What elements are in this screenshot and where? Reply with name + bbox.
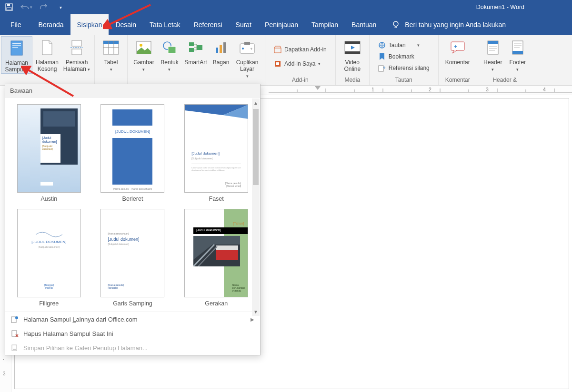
tab-help[interactable]: Bantuan (345, 14, 383, 35)
group-label-addins: Add-in (268, 77, 332, 85)
undo-button[interactable]: ▾ (20, 1, 32, 13)
svg-rect-26 (274, 48, 281, 53)
cover-berleret[interactable]: [JUDUL DOKUMEN] [Nama penulis] · [Nama p… (98, 104, 168, 202)
svg-point-13 (140, 44, 142, 47)
footer-button[interactable]: Footer▾ (506, 36, 530, 73)
my-addins-button[interactable]: Add-in Saya ▾ (271, 59, 323, 69)
gallery-header: Bawaan (5, 84, 260, 98)
svg-rect-1 (7, 4, 10, 6)
customize-qat-button[interactable]: ▾ (54, 1, 67, 13)
save-gallery-icon (11, 344, 19, 352)
svg-rect-8 (72, 40, 81, 46)
svg-rect-56 (12, 331, 17, 336)
comment-button[interactable]: + Komentar (442, 36, 474, 66)
cover-garis-samping[interactable]: [Nama perusahaan] [Judul dokumen] [Subju… (98, 209, 168, 307)
get-addins-button[interactable]: Dapatkan Add-in (271, 44, 330, 55)
bookmark-button[interactable]: Bookmark (375, 51, 417, 62)
tab-design[interactable]: Desain (109, 14, 143, 35)
ribbon: Halaman Sampul ▾ Halaman Kosong Pemisah … (0, 35, 572, 86)
store-icon (274, 46, 281, 53)
tell-me-label: Beri tahu yang ingin Anda lakukan (405, 21, 506, 29)
save-button[interactable] (3, 1, 15, 13)
svg-rect-19 (216, 48, 218, 53)
blank-page-button[interactable]: Halaman Kosong (32, 36, 62, 72)
remove-cover[interactable]: Hapus Halaman Sampul Saat Ini (5, 326, 260, 341)
save-to-gallery: Simpan Pilihan ke Galeri Penutup Halaman… (5, 341, 260, 355)
cover-gerakan[interactable]: [Tahun] [Judul dokumen] Namaperusahaan[A… (181, 209, 251, 307)
svg-rect-5 (12, 43, 21, 44)
cover-page-gallery: Bawaan [Judul dokumen] [Subjudul dokumen… (5, 84, 261, 355)
table-button[interactable]: Tabel▾ (98, 36, 124, 73)
svg-rect-20 (220, 45, 222, 53)
more-covers-label: Halaman Sampul Lainnya dari Office.com (23, 316, 138, 323)
smartart-button[interactable]: SmartArt (182, 36, 210, 66)
scroll-down-icon[interactable]: ▼ (252, 307, 260, 316)
svg-rect-58 (13, 349, 16, 350)
svg-rect-7 (12, 47, 18, 48)
document-title: Dokumen1 - Word (476, 4, 524, 10)
cover-faset[interactable]: [Judul dokumen] [Subjudul dokumen] Lorem… (181, 104, 251, 202)
cover-page-button[interactable]: Halaman Sampul ▾ (1, 36, 32, 74)
pictures-button[interactable]: Gambar▾ (130, 36, 157, 73)
save-gallery-label: Simpan Pilihan ke Galeri Penutup Halaman… (23, 344, 148, 352)
svg-rect-21 (223, 42, 226, 53)
screenshot-button[interactable]: + Cuplikan Layar▾ (232, 36, 262, 79)
submenu-arrow-icon: ▶ (251, 317, 254, 322)
svg-rect-17 (189, 48, 194, 52)
remove-cover-label: Hapus Halaman Sampul Saat Ini (23, 330, 113, 337)
svg-rect-15 (168, 47, 176, 53)
svg-rect-11 (103, 41, 119, 44)
svg-rect-18 (197, 45, 202, 50)
addin-icon (274, 60, 281, 68)
office-icon (11, 315, 19, 323)
group-label-headerfooter: Header & (480, 77, 530, 85)
tab-review[interactable]: Peninjauan (258, 14, 305, 35)
cover-filigree[interactable]: [JUDUL DOKUMEN] [Subjudul dokumen] [Tang… (14, 209, 84, 307)
title-bar: ▾ ▾ Dokumen1 - Word (0, 0, 572, 14)
tab-view[interactable]: Tampilan (305, 14, 345, 35)
svg-point-24 (242, 48, 244, 49)
svg-point-3 (393, 21, 398, 26)
ribbon-tabs: File Beranda Sisipkan Desain Tata Letak … (0, 14, 572, 35)
svg-rect-23 (244, 42, 250, 45)
page-break-button[interactable]: Pemisah Halaman ▾ (62, 36, 91, 73)
group-label-links: Tautan (372, 77, 435, 85)
quick-access-toolbar: ▾ ▾ (3, 0, 67, 14)
link-button[interactable]: Tautan ▾ (375, 40, 422, 50)
bookmark-icon (378, 53, 386, 60)
online-video-button[interactable]: Video Online (339, 36, 366, 72)
svg-text:+: + (250, 47, 252, 51)
svg-rect-39 (512, 51, 523, 54)
svg-rect-28 (276, 62, 279, 65)
tab-layout[interactable]: Tata Letak (143, 14, 187, 35)
svg-rect-33 (379, 66, 383, 71)
tab-references[interactable]: Referensi (187, 14, 229, 35)
cover-austin[interactable]: [Judul dokumen] [Subjudul dokumen] Austi… (14, 104, 84, 202)
tab-mailings[interactable]: Surat (229, 14, 258, 35)
svg-rect-34 (451, 42, 464, 50)
svg-rect-31 (345, 51, 360, 54)
svg-text:+: + (454, 43, 457, 50)
chart-button[interactable]: Bagan (210, 36, 232, 66)
tell-me[interactable]: Beri tahu yang ingin Anda lakukan (391, 14, 506, 35)
group-label-comments: Komentar (442, 77, 474, 85)
svg-rect-53 (216, 245, 238, 250)
scroll-up-icon[interactable]: ▲ (252, 98, 260, 107)
scroll-thumb[interactable] (253, 109, 259, 185)
svg-rect-16 (189, 42, 194, 46)
more-covers-office[interactable]: Halaman Sampul Lainnya dari Office.com ▶ (5, 312, 260, 326)
svg-rect-2 (7, 8, 11, 10)
tab-file[interactable]: File (0, 14, 32, 35)
svg-rect-37 (488, 41, 498, 44)
redo-button[interactable] (37, 1, 50, 13)
gallery-scrollbar[interactable]: ▲ ▼ (252, 98, 260, 316)
remove-icon (11, 330, 19, 337)
tab-home[interactable]: Beranda (32, 14, 70, 35)
tab-insert[interactable]: Sisipkan (70, 14, 109, 35)
cross-reference-button[interactable]: Referensi silang (375, 63, 432, 73)
lightbulb-icon (391, 20, 400, 29)
crossref-icon (378, 64, 386, 72)
svg-rect-6 (12, 45, 21, 46)
shapes-button[interactable]: Bentuk▾ (157, 36, 182, 73)
header-button[interactable]: Header▾ (480, 36, 506, 73)
